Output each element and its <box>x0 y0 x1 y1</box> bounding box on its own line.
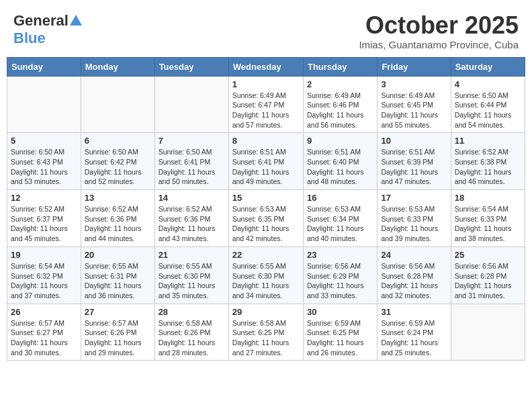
day-info: Sunrise: 6:59 AM Sunset: 6:25 PM Dayligh… <box>307 318 373 358</box>
day-number: 26 <box>11 307 77 317</box>
day-info: Sunrise: 6:52 AM Sunset: 6:36 PM Dayligh… <box>85 204 151 244</box>
day-number: 24 <box>381 250 447 260</box>
calendar-cell: 7Sunrise: 6:50 AM Sunset: 6:41 PM Daylig… <box>154 133 228 190</box>
calendar-cell: 23Sunrise: 6:56 AM Sunset: 6:29 PM Dayli… <box>303 246 377 304</box>
calendar-cell <box>7 76 81 133</box>
day-info: Sunrise: 6:52 AM Sunset: 6:37 PM Dayligh… <box>11 204 77 244</box>
day-info: Sunrise: 6:51 AM Sunset: 6:40 PM Dayligh… <box>307 147 373 187</box>
day-header-thursday: Thursday <box>303 57 377 76</box>
calendar-cell: 5Sunrise: 6:50 AM Sunset: 6:43 PM Daylig… <box>7 133 81 190</box>
header-row: SundayMondayTuesdayWednesdayThursdayFrid… <box>7 57 525 76</box>
calendar-cell: 17Sunrise: 6:53 AM Sunset: 6:33 PM Dayli… <box>378 190 451 247</box>
calendar-cell: 19Sunrise: 6:54 AM Sunset: 6:32 PM Dayli… <box>7 246 81 304</box>
day-number: 10 <box>381 136 447 146</box>
calendar-cell <box>154 76 228 133</box>
day-info: Sunrise: 6:50 AM Sunset: 6:41 PM Dayligh… <box>159 147 225 187</box>
calendar-cell: 3Sunrise: 6:49 AM Sunset: 6:45 PM Daylig… <box>378 76 451 133</box>
day-number: 31 <box>381 307 447 317</box>
day-number: 16 <box>307 193 373 203</box>
calendar-week-4: 19Sunrise: 6:54 AM Sunset: 6:32 PM Dayli… <box>7 246 525 304</box>
logo-icon <box>70 15 82 26</box>
calendar-cell: 9Sunrise: 6:51 AM Sunset: 6:40 PM Daylig… <box>303 133 377 190</box>
day-number: 13 <box>85 193 151 203</box>
day-number: 6 <box>85 136 151 146</box>
day-number: 22 <box>232 250 300 260</box>
calendar-header: SundayMondayTuesdayWednesdayThursdayFrid… <box>7 57 525 76</box>
day-info: Sunrise: 6:49 AM Sunset: 6:47 PM Dayligh… <box>232 91 300 130</box>
calendar-cell: 15Sunrise: 6:53 AM Sunset: 6:35 PM Dayli… <box>228 190 303 247</box>
day-header-tuesday: Tuesday <box>154 57 228 76</box>
day-info: Sunrise: 6:53 AM Sunset: 6:35 PM Dayligh… <box>232 204 300 244</box>
day-info: Sunrise: 6:50 AM Sunset: 6:44 PM Dayligh… <box>455 91 521 130</box>
day-number: 18 <box>455 193 521 203</box>
location-title: Imias, Guantanamo Province, Cuba <box>359 39 519 50</box>
day-number: 14 <box>159 193 225 203</box>
day-number: 9 <box>307 136 373 146</box>
day-info: Sunrise: 6:51 AM Sunset: 6:39 PM Dayligh… <box>381 147 447 187</box>
day-header-wednesday: Wednesday <box>228 57 303 76</box>
calendar-table: SundayMondayTuesdayWednesdayThursdayFrid… <box>7 57 525 361</box>
day-info: Sunrise: 6:58 AM Sunset: 6:25 PM Dayligh… <box>232 318 300 358</box>
calendar-cell: 12Sunrise: 6:52 AM Sunset: 6:37 PM Dayli… <box>7 190 81 247</box>
day-info: Sunrise: 6:56 AM Sunset: 6:28 PM Dayligh… <box>455 261 521 301</box>
calendar-week-1: 1Sunrise: 6:49 AM Sunset: 6:47 PM Daylig… <box>7 76 525 133</box>
day-info: Sunrise: 6:57 AM Sunset: 6:26 PM Dayligh… <box>85 318 151 358</box>
day-info: Sunrise: 6:55 AM Sunset: 6:30 PM Dayligh… <box>232 261 300 301</box>
day-number: 27 <box>85 307 151 317</box>
calendar-cell: 30Sunrise: 6:59 AM Sunset: 6:25 PM Dayli… <box>303 304 377 361</box>
day-info: Sunrise: 6:52 AM Sunset: 6:38 PM Dayligh… <box>455 147 521 187</box>
day-info: Sunrise: 6:55 AM Sunset: 6:30 PM Dayligh… <box>159 261 225 301</box>
calendar-cell: 8Sunrise: 6:51 AM Sunset: 6:41 PM Daylig… <box>228 133 303 190</box>
day-number: 8 <box>232 136 300 146</box>
svg-marker-0 <box>70 15 82 26</box>
day-info: Sunrise: 6:53 AM Sunset: 6:33 PM Dayligh… <box>381 204 447 244</box>
calendar-cell: 10Sunrise: 6:51 AM Sunset: 6:39 PM Dayli… <box>378 133 451 190</box>
day-number: 12 <box>11 193 77 203</box>
day-number: 5 <box>11 136 77 146</box>
day-info: Sunrise: 6:52 AM Sunset: 6:36 PM Dayligh… <box>159 204 225 244</box>
calendar-cell <box>81 76 154 133</box>
day-header-saturday: Saturday <box>451 57 525 76</box>
day-info: Sunrise: 6:49 AM Sunset: 6:45 PM Dayligh… <box>381 91 447 130</box>
title-block: October 2025 Imias, Guantanamo Province,… <box>359 12 519 50</box>
day-info: Sunrise: 6:59 AM Sunset: 6:24 PM Dayligh… <box>381 318 447 358</box>
day-info: Sunrise: 6:58 AM Sunset: 6:26 PM Dayligh… <box>159 318 225 358</box>
day-info: Sunrise: 6:54 AM Sunset: 6:33 PM Dayligh… <box>455 204 521 244</box>
day-number: 20 <box>85 250 151 260</box>
day-info: Sunrise: 6:49 AM Sunset: 6:46 PM Dayligh… <box>307 91 373 130</box>
day-number: 29 <box>232 307 300 317</box>
day-info: Sunrise: 6:56 AM Sunset: 6:29 PM Dayligh… <box>307 261 373 301</box>
calendar-cell: 18Sunrise: 6:54 AM Sunset: 6:33 PM Dayli… <box>451 190 525 247</box>
calendar-cell: 24Sunrise: 6:56 AM Sunset: 6:28 PM Dayli… <box>378 246 451 304</box>
day-header-sunday: Sunday <box>7 57 81 76</box>
day-info: Sunrise: 6:57 AM Sunset: 6:27 PM Dayligh… <box>11 318 77 358</box>
calendar-week-5: 26Sunrise: 6:57 AM Sunset: 6:27 PM Dayli… <box>7 304 525 361</box>
day-number: 17 <box>381 193 447 203</box>
calendar-cell: 20Sunrise: 6:55 AM Sunset: 6:31 PM Dayli… <box>81 246 154 304</box>
calendar-week-2: 5Sunrise: 6:50 AM Sunset: 6:43 PM Daylig… <box>7 133 525 190</box>
logo: General Blue <box>13 12 82 47</box>
logo-text: General <box>13 12 69 30</box>
day-number: 23 <box>307 250 373 260</box>
day-number: 15 <box>232 193 300 203</box>
day-info: Sunrise: 6:56 AM Sunset: 6:28 PM Dayligh… <box>381 261 447 301</box>
day-info: Sunrise: 6:55 AM Sunset: 6:31 PM Dayligh… <box>85 261 151 301</box>
calendar-cell: 21Sunrise: 6:55 AM Sunset: 6:30 PM Dayli… <box>154 246 228 304</box>
calendar-cell <box>451 304 525 361</box>
day-header-friday: Friday <box>378 57 451 76</box>
calendar-cell: 31Sunrise: 6:59 AM Sunset: 6:24 PM Dayli… <box>378 304 451 361</box>
calendar-cell: 25Sunrise: 6:56 AM Sunset: 6:28 PM Dayli… <box>451 246 525 304</box>
day-number: 28 <box>159 307 225 317</box>
day-number: 19 <box>11 250 77 260</box>
day-info: Sunrise: 6:54 AM Sunset: 6:32 PM Dayligh… <box>11 261 77 301</box>
calendar-body: 1Sunrise: 6:49 AM Sunset: 6:47 PM Daylig… <box>7 76 525 361</box>
calendar-cell: 27Sunrise: 6:57 AM Sunset: 6:26 PM Dayli… <box>81 304 154 361</box>
calendar-cell: 2Sunrise: 6:49 AM Sunset: 6:46 PM Daylig… <box>303 76 377 133</box>
day-number: 11 <box>455 136 521 146</box>
calendar-cell: 4Sunrise: 6:50 AM Sunset: 6:44 PM Daylig… <box>451 76 525 133</box>
page-header: General Blue October 2025 Imias, Guantan… <box>7 7 525 53</box>
month-title: October 2025 <box>359 12 519 39</box>
calendar-week-3: 12Sunrise: 6:52 AM Sunset: 6:37 PM Dayli… <box>7 190 525 247</box>
day-number: 25 <box>455 250 521 260</box>
day-number: 1 <box>232 79 300 89</box>
